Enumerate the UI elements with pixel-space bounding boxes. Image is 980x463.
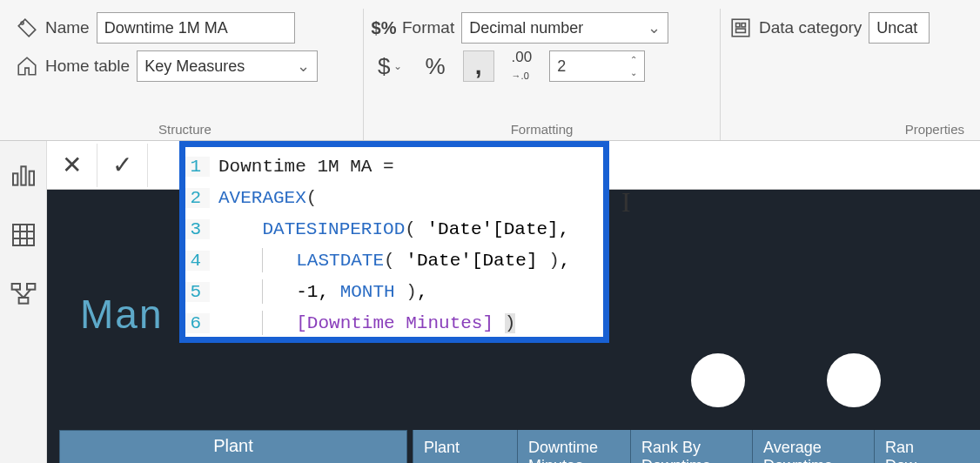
data-view-icon[interactable] [10, 221, 37, 249]
home-table-label: Home table [45, 57, 130, 76]
view-switcher [0, 141, 47, 463]
text-cursor-icon: I [621, 186, 631, 218]
line-number: 4 [185, 251, 210, 271]
format-icon: $% [373, 17, 395, 39]
line-number: 3 [185, 219, 210, 239]
group-formatting: $% Format Decimal number $⌄ % , .00→.0 2… [364, 9, 721, 140]
format-label: Format [402, 18, 454, 37]
svg-rect-5 [13, 173, 17, 185]
formula-commit-button[interactable]: ✓ [97, 144, 148, 187]
code-content[interactable]: LASTDATE( 'Date'[Date] ), [210, 248, 570, 272]
svg-rect-4 [736, 29, 746, 32]
decimal-up-button[interactable]: ⌃ [625, 53, 642, 66]
dax-line[interactable]: 1Downtime 1M MA = [185, 151, 603, 182]
dax-editor[interactable]: 1Downtime 1M MA =2AVERAGEX(3 DATESINPERI… [179, 141, 609, 343]
svg-line-17 [23, 290, 30, 298]
name-input-value: Downtime 1M MA [104, 19, 228, 37]
table-headers: Plant Downtime Minutes Rank By Downtime … [413, 430, 980, 463]
code-content[interactable]: Downtime 1M MA = [210, 157, 394, 177]
name-label: Name [45, 18, 90, 37]
line-number: 2 [185, 188, 210, 208]
home-icon [16, 55, 38, 77]
decimal-shift-button[interactable]: .00→.0 [507, 50, 538, 82]
dax-line[interactable]: 6 [Downtime Minutes] ) [185, 307, 603, 339]
slicer-title: Plant [60, 431, 406, 460]
decimal-places-input[interactable]: 2 ⌃ ⌄ [549, 50, 645, 82]
formula-cancel-button[interactable]: ✕ [47, 144, 97, 187]
decimal-down-button[interactable]: ⌄ [625, 66, 642, 79]
group-label-properties: Properties [905, 122, 964, 137]
data-category-value: Uncat [876, 19, 917, 37]
dax-line[interactable]: 5 -1, MONTH ), [185, 276, 603, 307]
code-content[interactable]: -1, MONTH ), [210, 279, 427, 304]
format-select-value: Decimal number [469, 19, 583, 37]
home-table-select[interactable]: Key Measures [137, 50, 318, 82]
data-category-select[interactable]: Uncat [869, 12, 930, 44]
table-column-header[interactable]: Plant [413, 430, 517, 463]
svg-rect-8 [13, 225, 34, 245]
group-label-formatting: Formatting [511, 122, 574, 137]
table-column-header[interactable]: Average Downtime [752, 430, 874, 463]
line-number: 6 [185, 313, 210, 333]
dax-line[interactable]: 3 DATESINPERIOD( 'Date'[Date], [185, 213, 603, 245]
svg-rect-14 [27, 284, 35, 290]
report-title-fragment: Man [80, 291, 163, 338]
table-column-header[interactable]: Downtime Minutes [517, 430, 630, 463]
percent-button[interactable]: % [420, 50, 450, 82]
decimal-places-value: 2 [557, 57, 566, 76]
table-column-header[interactable]: Ran Dow [874, 430, 952, 463]
kpi-circle[interactable] [691, 353, 745, 407]
group-structure: Name Downtime 1M MA Home table Key Measu… [7, 9, 364, 140]
group-label-structure: Structure [158, 122, 211, 137]
dax-line[interactable]: 4 LASTDATE( 'Date'[Date] ), [185, 245, 603, 276]
svg-rect-13 [11, 284, 19, 290]
kpi-circle[interactable] [827, 353, 881, 407]
name-input[interactable]: Downtime 1M MA [97, 12, 295, 44]
svg-rect-2 [736, 23, 740, 27]
tag-icon [16, 17, 38, 39]
code-content[interactable]: [Downtime Minutes] ) [210, 311, 515, 335]
code-content[interactable]: AVERAGEX( [210, 188, 317, 208]
line-number: 5 [185, 282, 210, 302]
line-number: 1 [185, 157, 210, 177]
category-icon [729, 17, 752, 39]
svg-rect-6 [21, 166, 25, 185]
table-column-header[interactable]: Rank By Downtime [630, 430, 752, 463]
model-view-icon[interactable] [10, 280, 37, 308]
report-view-icon[interactable] [10, 162, 37, 190]
svg-rect-1 [732, 19, 749, 37]
thousands-separator-button[interactable]: , [463, 50, 494, 82]
group-properties: Data category Uncat Properties [721, 9, 973, 140]
plant-slicer: Plant Barling Bloomingdale [59, 430, 407, 463]
code-content[interactable]: DATESINPERIOD( 'Date'[Date], [210, 219, 569, 239]
svg-rect-15 [18, 298, 28, 304]
dax-line[interactable]: 2AVERAGEX( [185, 182, 603, 213]
canvas: ✕ ✓ Man Plant Barling Bloomingdale Plant… [47, 141, 980, 463]
data-category-label: Data category [759, 18, 862, 37]
svg-line-16 [15, 290, 23, 298]
ribbon: Name Downtime 1M MA Home table Key Measu… [0, 0, 980, 141]
svg-rect-7 [29, 171, 33, 185]
home-table-value: Key Measures [144, 57, 245, 76]
svg-rect-3 [742, 23, 745, 27]
format-select[interactable]: Decimal number [461, 12, 668, 44]
currency-button[interactable]: $⌄ [373, 50, 407, 82]
